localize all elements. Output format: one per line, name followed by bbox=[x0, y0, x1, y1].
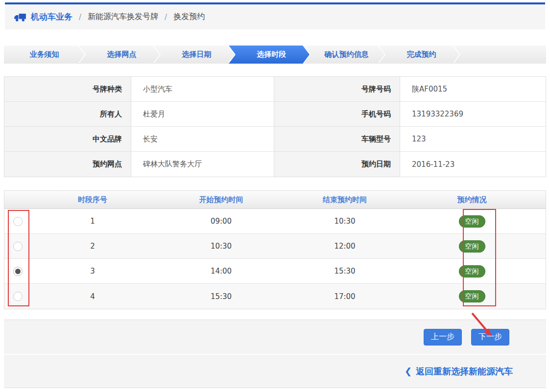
branch-value: 碑林大队警务大厅 bbox=[131, 152, 274, 177]
timeslot-row: 2 10:30 12:00 空闲 bbox=[4, 234, 546, 259]
vehicle-info-table: 号牌种类 小型汽车 号牌号码 陕AF0015 所有人 杜爱月 手机号码 1319… bbox=[4, 76, 546, 177]
timeslot-row: 4 15:30 17:00 空闲 bbox=[4, 284, 546, 309]
info-label: 所有人 bbox=[4, 102, 131, 126]
timeslot-table-header: 时段序号 开始预约时间 结束预约时间 预约情况 bbox=[4, 191, 546, 209]
chevron-left-icon: ❮ bbox=[405, 366, 412, 376]
step-tab-label: 业务须知 bbox=[30, 50, 59, 59]
plate-type-value: 小型汽车 bbox=[131, 77, 274, 101]
step-tab-select-branch[interactable]: 选择网点 bbox=[79, 46, 160, 64]
slot-end-time: 10:30 bbox=[288, 217, 401, 226]
info-label: 中文品牌 bbox=[4, 127, 131, 151]
header-end-time: 结束预约时间 bbox=[288, 195, 401, 205]
booking-date-value: 2016-11-23 bbox=[400, 152, 546, 177]
slot-start-time: 10:30 bbox=[154, 242, 288, 251]
plate-number-value: 陕AF0015 bbox=[400, 77, 546, 101]
info-label: 预约日期 bbox=[274, 152, 400, 177]
step-tab-label: 选择日期 bbox=[182, 50, 212, 59]
step-tab-complete[interactable]: 完成预约 bbox=[379, 46, 459, 64]
timeslot-row: 1 09:00 10:30 空闲 bbox=[4, 209, 546, 234]
slot-end-time: 17:00 bbox=[288, 292, 401, 301]
breadcrumb-item-service[interactable]: 新能源汽车换发号牌 bbox=[88, 12, 158, 22]
breadcrumb-root[interactable]: 机动车业务 bbox=[31, 11, 72, 23]
slot-seq: 2 bbox=[31, 242, 154, 251]
slot-end-time: 15:30 bbox=[288, 267, 401, 276]
info-row: 中文品牌 长安 车辆型号 123 bbox=[4, 127, 546, 152]
slot-seq: 1 bbox=[31, 217, 154, 226]
step-tab-label: 确认预约信息 bbox=[325, 50, 369, 59]
status-badge-free: 空闲 bbox=[459, 290, 485, 302]
header-seq: 时段序号 bbox=[31, 195, 154, 205]
prev-step-button[interactable]: 上一步 bbox=[424, 329, 462, 346]
step-tab-label: 选择网点 bbox=[107, 50, 137, 59]
slot-seq: 4 bbox=[31, 292, 154, 301]
step-tab-notice[interactable]: 业务须知 bbox=[4, 46, 85, 64]
timeslot-row: 3 14:00 15:30 空闲 bbox=[4, 259, 546, 284]
booking-page: 机动车业务 / 新能源汽车换发号牌 / 换发预约 业务须知 选择网点 选择日期 … bbox=[0, 0, 550, 392]
timeslot-table: 时段序号 开始预约时间 结束预约时间 预约情况 1 09:00 10:30 空闲… bbox=[4, 190, 546, 309]
info-label: 手机号码 bbox=[274, 102, 400, 126]
info-label: 车辆型号 bbox=[274, 127, 400, 151]
slot-radio-3[interactable] bbox=[13, 267, 23, 276]
slot-start-time: 09:00 bbox=[154, 217, 288, 226]
slot-radio-4[interactable] bbox=[13, 292, 23, 301]
slot-radio-1[interactable] bbox=[13, 217, 23, 226]
info-label: 号牌种类 bbox=[4, 77, 131, 101]
slot-seq: 3 bbox=[31, 267, 154, 276]
step-tab-select-date[interactable]: 选择日期 bbox=[154, 46, 235, 64]
breadcrumb-separator: / bbox=[79, 13, 81, 22]
back-link-label: 返回重新选择新能源汽车 bbox=[416, 366, 513, 377]
step-tab-confirm-info[interactable]: 确认预约信息 bbox=[304, 46, 384, 64]
back-link-bar: ❮ 返回重新选择新能源汽车 bbox=[4, 355, 546, 388]
status-badge-free: 空闲 bbox=[459, 215, 485, 228]
info-row: 预约网点 碑林大队警务大厅 预约日期 2016-11-23 bbox=[4, 152, 546, 177]
info-row: 所有人 杜爱月 手机号码 13193322369 bbox=[4, 102, 546, 127]
info-row: 号牌种类 小型汽车 号牌号码 陕AF0015 bbox=[4, 77, 546, 102]
action-bar: 上一步 下一步 bbox=[4, 320, 546, 354]
header-start-time: 开始预约时间 bbox=[154, 195, 288, 205]
breadcrumb: 机动车业务 / 新能源汽车换发号牌 / 换发预约 bbox=[5, 2, 545, 29]
slot-end-time: 12:00 bbox=[288, 242, 401, 251]
next-step-button[interactable]: 下一步 bbox=[471, 329, 509, 346]
breadcrumb-item-current: 换发预约 bbox=[173, 12, 205, 22]
truck-icon bbox=[14, 11, 26, 23]
status-badge-free: 空闲 bbox=[459, 240, 485, 253]
phone-value: 13193322369 bbox=[400, 102, 546, 126]
back-to-vehicle-select-link[interactable]: ❮ 返回重新选择新能源汽车 bbox=[405, 366, 513, 377]
step-progress-bar: 业务须知 选择网点 选择日期 选择时段 确认预约信息 完成预约 bbox=[4, 46, 546, 64]
owner-value: 杜爱月 bbox=[131, 102, 274, 126]
slot-start-time: 15:30 bbox=[154, 292, 288, 301]
slot-start-time: 14:00 bbox=[154, 267, 288, 276]
step-bar-filler bbox=[454, 46, 546, 64]
step-tab-select-timeslot[interactable]: 选择时段 bbox=[229, 46, 310, 64]
brand-value: 长安 bbox=[131, 127, 274, 151]
info-label: 预约网点 bbox=[4, 152, 131, 177]
model-value: 123 bbox=[400, 127, 546, 151]
info-label: 号牌号码 bbox=[274, 77, 400, 101]
breadcrumb-separator: / bbox=[165, 13, 167, 22]
status-badge-free: 空闲 bbox=[459, 265, 485, 277]
step-tab-label: 完成预约 bbox=[407, 50, 436, 59]
header-status: 预约情况 bbox=[401, 195, 543, 205]
slot-radio-2[interactable] bbox=[13, 242, 23, 251]
step-tab-label: 选择时段 bbox=[257, 50, 287, 59]
